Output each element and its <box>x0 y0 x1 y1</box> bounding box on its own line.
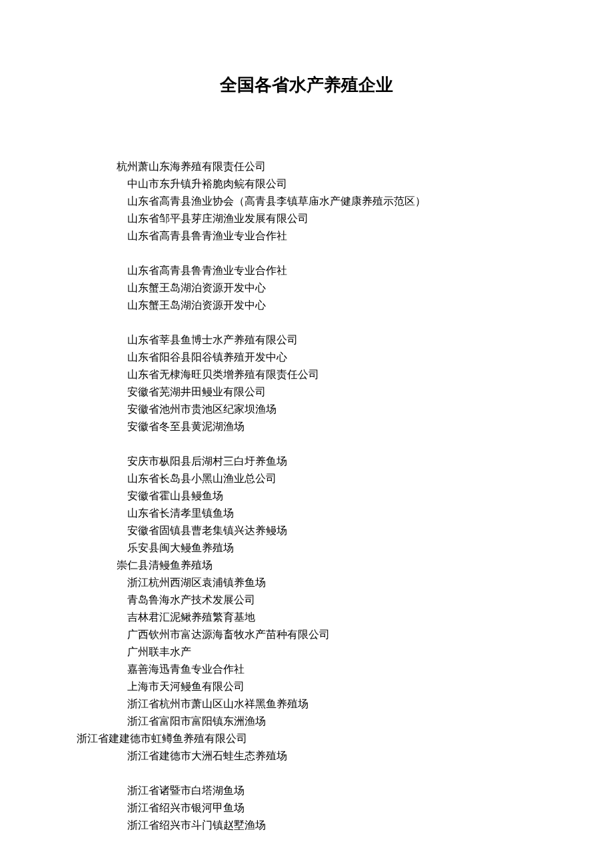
list-item: 山东省邹平县芽庄湖渔业发展有限公司 <box>77 210 536 227</box>
list-item: 山东省长清孝里镇鱼场 <box>77 505 536 522</box>
list-item: 浙江省诸暨市白塔湖鱼场 <box>77 782 536 799</box>
list-item: 山东省长岛县小黑山渔业总公司 <box>77 470 536 487</box>
list-item: 山东省高青县渔业协会（高青县李镇草庙水产健康养殖示范区） <box>77 193 536 210</box>
list-item: 吉林君汇泥鳅养殖繁育基地 <box>77 609 536 626</box>
list-item: 嘉善海迅青鱼专业合作社 <box>77 661 536 678</box>
list-item: 浙江省富阳市富阳镇东洲渔场 <box>77 713 536 730</box>
list-item: 山东省无棣海旺贝类增养殖有限责任公司 <box>77 366 536 383</box>
list-item: 上海市天河鳗鱼有限公司 <box>77 678 536 695</box>
list-item: 浙江省杭州市萧山区山水祥黑鱼养殖场 <box>77 695 536 713</box>
document-title: 全国各省水产养殖企业 <box>77 73 536 97</box>
list-item: 山东省阳谷县阳谷镇养殖开发中心 <box>77 349 536 366</box>
list-item: 山东省高青县鲁青渔业专业合作社 <box>77 262 536 279</box>
group-spacer <box>77 765 536 782</box>
list-item: 山东省莘县鱼博士水产养殖有限公司 <box>77 331 536 349</box>
list-item: 广西钦州市富达源海畜牧水产苗种有限公司 <box>77 626 536 643</box>
list-item: 山东省高青县鲁青渔业专业合作社 <box>77 227 536 245</box>
list-item: 山东蟹王岛湖泊资源开发中心 <box>77 279 536 297</box>
group-spacer <box>77 245 536 262</box>
document-page: 全国各省水产养殖企业 杭州萧山东海养殖有限责任公司中山市东升镇升裕脆肉鲩有限公司… <box>0 0 613 868</box>
list-item: 山东蟹王岛湖泊资源开发中心 <box>77 297 536 314</box>
list-item: 安徽省芜湖井田鳗业有限公司 <box>77 383 536 401</box>
list-item: 杭州萧山东海养殖有限责任公司 <box>77 158 536 175</box>
group-spacer <box>77 435 536 453</box>
list-item: 安庆市枞阳县后湖村三白圩养鱼场 <box>77 453 536 470</box>
list-item: 安徽省固镇县曹老集镇兴达养鳗场 <box>77 522 536 539</box>
list-item: 乐安县闽大鳗鱼养殖场 <box>77 539 536 557</box>
list-item: 安徽省池州市贵池区纪家坝渔场 <box>77 401 536 418</box>
list-item: 安徽省冬至县黄泥湖渔场 <box>77 418 536 435</box>
list-item: 广州联丰水产 <box>77 643 536 661</box>
list-item: 崇仁县清鳗鱼养殖场 <box>77 557 536 574</box>
list-item: 安徽省霍山县鳗鱼场 <box>77 487 536 505</box>
group-spacer <box>77 314 536 331</box>
list-item: 浙江省建德市大洲石蛙生态养殖场 <box>77 747 536 765</box>
list-item: 浙江省绍兴市斗门镇赵墅渔场 <box>77 817 536 834</box>
list-item: 浙江杭州西湖区袁浦镇养鱼场 <box>77 574 536 591</box>
document-content: 杭州萧山东海养殖有限责任公司中山市东升镇升裕脆肉鲩有限公司山东省高青县渔业协会（… <box>77 158 536 834</box>
list-item: 青岛鲁海水产技术发展公司 <box>77 591 536 609</box>
list-item: 浙江省绍兴市银河甲鱼场 <box>77 799 536 817</box>
list-item: 浙江省建建德市虹鳟鱼养殖有限公司 <box>77 730 536 747</box>
list-item: 中山市东升镇升裕脆肉鲩有限公司 <box>77 175 536 193</box>
